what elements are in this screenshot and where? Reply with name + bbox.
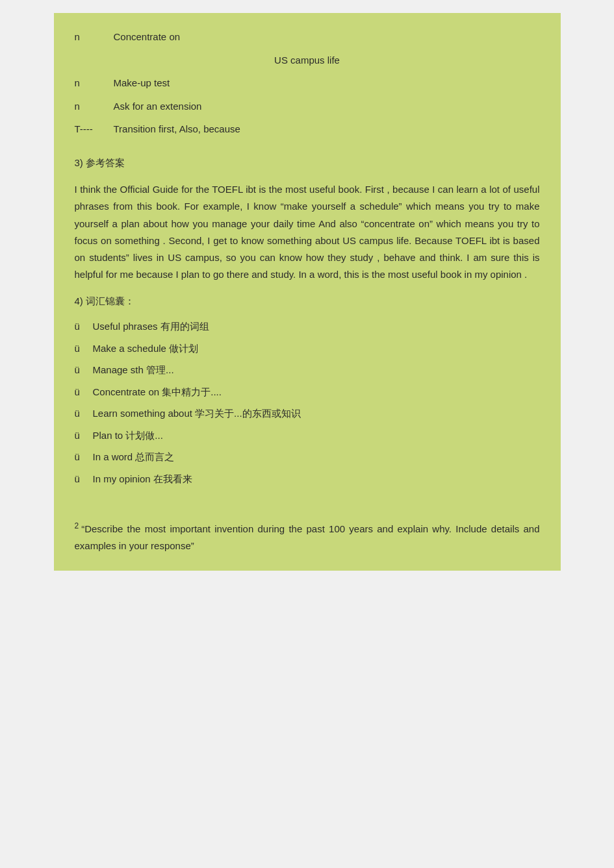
item-concentrate: n Concentrate on — [75, 29, 540, 45]
vocab-bullet-4: ü — [75, 384, 93, 401]
vocab-text-8: In my opinion 在我看来 — [93, 471, 192, 488]
page-container: n Concentrate on US campus life n Make-u… — [54, 13, 561, 571]
section3-paragraph: I think the Official Guide for the TOEFL… — [75, 181, 540, 284]
vocab-item-2: ü Make a schedule 做计划 — [75, 340, 540, 357]
vocab-item-8: ü In my opinion 在我看来 — [75, 471, 540, 488]
vocab-text-5: Learn something about 学习关于...的东西或知识 — [93, 405, 301, 422]
item-makeup: n Make-up test — [75, 75, 540, 92]
item-text-makeup: Make-up test — [114, 75, 540, 92]
section3-header: 3) 参考答案 — [75, 155, 540, 171]
footer-superscript: 2 — [75, 521, 79, 530]
item-extension: n Ask for an extension — [75, 98, 540, 115]
vocab-item-6: ü Plan to 计划做... — [75, 427, 540, 444]
item-label-n2: n — [75, 75, 114, 92]
item-label-t: T---- — [75, 121, 114, 138]
vocab-text-1: Useful phrases 有用的词组 — [93, 318, 209, 335]
section4-header: 4) 词汇锦囊： — [75, 293, 540, 310]
footer-text: “Describe the most important invention d… — [75, 523, 540, 551]
vocab-text-3: Manage sth 管理... — [93, 362, 174, 378]
item-text-extension: Ask for an extension — [114, 98, 540, 115]
vocab-text-2: Make a schedule 做计划 — [93, 340, 199, 357]
item-text-concentrate: Concentrate on — [114, 29, 540, 45]
footer-block: 2“Describe the most important invention … — [75, 519, 540, 555]
item-text-transition: Transition first, Also, because — [114, 121, 540, 138]
vocab-bullet-3: ü — [75, 362, 93, 378]
vocab-bullet-6: ü — [75, 427, 93, 444]
vocab-text-6: Plan to 计划做... — [93, 427, 163, 444]
vocab-bullet-2: ü — [75, 340, 93, 357]
vocab-item-4: ü Concentrate on 集中精力于.... — [75, 384, 540, 401]
vocab-bullet-8: ü — [75, 471, 93, 488]
item-transition: T---- Transition first, Also, because — [75, 121, 540, 138]
vocab-text-4: Concentrate on 集中精力于.... — [93, 384, 222, 401]
vocab-bullet-1: ü — [75, 318, 93, 335]
item-label-n3: n — [75, 98, 114, 115]
vocab-item-5: ü Learn something about 学习关于...的东西或知识 — [75, 405, 540, 422]
vocab-item-1: ü Useful phrases 有用的词组 — [75, 318, 540, 335]
vocab-bullet-5: ü — [75, 405, 93, 422]
vocab-item-3: ü Manage sth 管理... — [75, 362, 540, 378]
vocab-bullet-7: ü — [75, 449, 93, 465]
vocab-text-7: In a word 总而言之 — [93, 449, 175, 465]
text-us-campus: US campus life — [274, 55, 340, 66]
centered-campus: US campus life — [75, 52, 540, 69]
item-label-n1: n — [75, 29, 114, 45]
vocab-item-7: ü In a word 总而言之 — [75, 449, 540, 465]
